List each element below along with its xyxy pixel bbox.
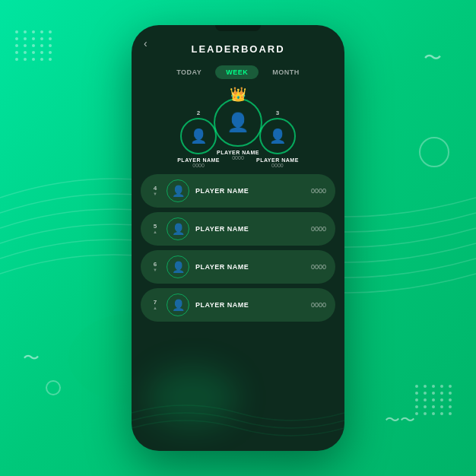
- list-item-6[interactable]: 6 ▼ 👤 PLAYER NAME 0000: [141, 250, 335, 284]
- list-score-5: 0000: [311, 225, 326, 233]
- circle-decor-2: [46, 380, 61, 395]
- dot-grid-top-left: [15, 30, 53, 61]
- page-title: LEADERBOARD: [191, 40, 284, 55]
- avatar-icon-1: 👤: [227, 112, 249, 133]
- list-avatar-6: 👤: [167, 255, 189, 278]
- list-avatar-4: 👤: [167, 179, 189, 202]
- list-score-7: 0000: [311, 301, 326, 309]
- list-score-4: 0000: [311, 187, 326, 195]
- podium-player-1: 1 👑 👤 PLAYER NAME 0000: [214, 90, 262, 160]
- rank-7: 7 ▲: [150, 300, 160, 310]
- player-score-3: 0000: [271, 163, 284, 168]
- tab-today[interactable]: TODAY: [166, 65, 212, 79]
- tab-month[interactable]: MONTH: [262, 65, 310, 79]
- list-avatar-icon-7: 👤: [172, 299, 185, 311]
- back-button[interactable]: ‹: [144, 37, 148, 49]
- list-player-name-6: PLAYER NAME: [195, 263, 305, 271]
- list-player-name-5: PLAYER NAME: [195, 225, 305, 233]
- phone-notch: [215, 25, 261, 31]
- podium-section: 2 👤 PLAYER NAME 0000 1 👑 👤 PLAYER NAME 0…: [132, 84, 344, 171]
- list-item-5[interactable]: 5 ▲ 👤 PLAYER NAME 0000: [141, 212, 335, 246]
- podium-player-3: 3 👤 PLAYER NAME 0000: [256, 109, 299, 168]
- list-player-name-7: PLAYER NAME: [195, 301, 305, 309]
- dot-grid-bottom-right: [415, 385, 453, 415]
- header: ‹ LEADERBOARD: [132, 31, 344, 61]
- player-score-2: 0000: [192, 163, 205, 168]
- phone-screen: ‹ LEADERBOARD TODAY WEEK MONTH 2 👤 PLAYE…: [132, 25, 344, 451]
- list-avatar-icon-6: 👤: [172, 261, 185, 273]
- squiggle-bottom-left: 〜: [23, 347, 40, 370]
- list-item-4[interactable]: 4 ▼ 👤 PLAYER NAME 0000: [141, 174, 335, 208]
- list-avatar-icon-4: 👤: [172, 185, 185, 197]
- list-avatar-icon-5: 👤: [172, 223, 185, 235]
- tab-week[interactable]: WEEK: [215, 65, 259, 79]
- squiggle-bottom-right: 〜〜: [385, 410, 415, 430]
- list-score-6: 0000: [311, 263, 326, 271]
- rank-6: 6 ▼: [150, 262, 160, 272]
- rank-2-badge: 2: [197, 109, 200, 116]
- player-name-1: PLAYER NAME: [217, 150, 259, 155]
- avatar-1: 👑 👤: [214, 98, 262, 147]
- circle-decor-1: [419, 137, 449, 167]
- player-score-1: 0000: [232, 155, 244, 160]
- list-item-7[interactable]: 7 ▲ 👤 PLAYER NAME 0000: [141, 288, 335, 322]
- crown-icon: 👑: [230, 86, 246, 103]
- avatar-2: 👤: [180, 118, 217, 154]
- avatar-icon-3: 👤: [269, 128, 286, 144]
- rank-4: 4 ▼: [150, 186, 160, 196]
- phone-frame: ‹ LEADERBOARD TODAY WEEK MONTH 2 👤 PLAYE…: [132, 25, 344, 451]
- avatar-icon-2: 👤: [190, 128, 207, 144]
- squiggle-top-right: 〜: [424, 46, 442, 70]
- avatar-3: 👤: [259, 118, 296, 154]
- phone-wave-decor: [132, 375, 344, 451]
- tab-bar: TODAY WEEK MONTH: [132, 61, 344, 84]
- list-player-name-4: PLAYER NAME: [195, 187, 305, 195]
- list-avatar-7: 👤: [167, 294, 189, 316]
- leaderboard-list: 4 ▼ 👤 PLAYER NAME 0000 5 ▲ 👤 PLAYER NAM: [132, 171, 344, 325]
- list-avatar-5: 👤: [167, 217, 189, 240]
- player-name-3: PLAYER NAME: [256, 157, 299, 163]
- rank-3-badge: 3: [276, 109, 279, 116]
- rank-5: 5 ▲: [150, 224, 160, 234]
